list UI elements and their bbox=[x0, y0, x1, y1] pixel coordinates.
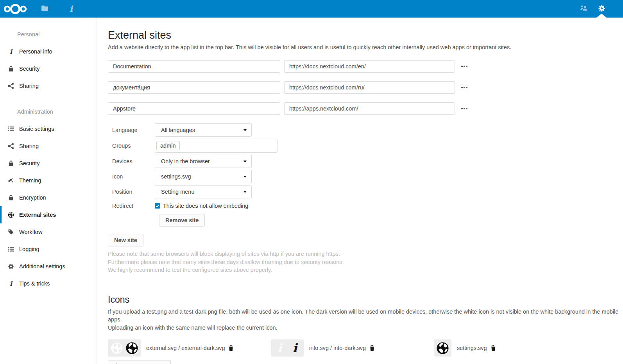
external-site-app-button[interactable]: i bbox=[63, 0, 80, 18]
site-name-input[interactable] bbox=[108, 81, 280, 94]
sidebar-section-personal: Personal i Personal info Security bbox=[0, 26, 97, 95]
position-select[interactable]: Setting menu bbox=[155, 185, 252, 198]
contacts-menu-button[interactable] bbox=[578, 0, 589, 18]
settings-menu-button[interactable] bbox=[596, 0, 607, 18]
icons-section: Icons If you upload a test.png and a tes… bbox=[108, 294, 619, 364]
site-url-input[interactable] bbox=[284, 60, 455, 73]
sidebar-item-sharing-personal[interactable]: Sharing bbox=[0, 77, 97, 95]
site-row bbox=[108, 102, 619, 115]
devices-select[interactable]: Only in the browser bbox=[155, 155, 252, 168]
paint-roller-icon bbox=[8, 177, 14, 184]
icon-item-settings: settings.svg bbox=[434, 339, 496, 357]
icon-preview-box bbox=[434, 339, 451, 357]
sidebar-item-logging[interactable]: Logging bbox=[0, 241, 97, 258]
sidebar-item-encryption[interactable]: Encryption bbox=[0, 189, 97, 206]
more-options-icon[interactable] bbox=[460, 85, 469, 90]
sidebar-item-additional-settings[interactable]: Additional settings bbox=[0, 258, 97, 275]
list-icon bbox=[8, 126, 14, 132]
redirect-checkbox[interactable] bbox=[155, 203, 160, 209]
share-icon bbox=[8, 83, 14, 89]
sidebar-item-external-sites[interactable]: External sites bbox=[0, 206, 97, 223]
site-name-input[interactable] bbox=[108, 102, 280, 115]
delete-icon-button[interactable] bbox=[491, 345, 496, 351]
new-site-button[interactable]: New site bbox=[108, 234, 143, 246]
icon-filename: info.svg / info-dark.svg bbox=[309, 345, 366, 351]
delete-icon-button[interactable] bbox=[369, 345, 375, 351]
site-row bbox=[108, 81, 619, 94]
contacts-icon bbox=[580, 5, 588, 12]
info-icon: i bbox=[8, 280, 14, 287]
icon-item-info: i i info.svg / info-dark.svg bbox=[271, 339, 434, 357]
group-chip[interactable]: admin bbox=[156, 141, 180, 150]
info-icon: i bbox=[8, 48, 14, 55]
files-app-button[interactable] bbox=[36, 0, 53, 18]
site-name-input[interactable] bbox=[108, 60, 280, 73]
folder-icon bbox=[41, 5, 48, 12]
remove-site-button[interactable]: Remove site bbox=[159, 214, 205, 227]
icon-preview-box: i i bbox=[271, 339, 304, 357]
globe-dark-icon bbox=[436, 342, 449, 355]
chevron-down-icon bbox=[243, 176, 247, 178]
language-label: Language bbox=[108, 127, 155, 133]
external-sites-settings-panel: External sites Add a website directly to… bbox=[97, 18, 623, 364]
sidebar-section-administration: Administration Basic settings S bbox=[0, 103, 97, 292]
site-url-input[interactable] bbox=[284, 102, 455, 115]
globe-light-icon bbox=[110, 342, 123, 355]
language-select[interactable]: All languages bbox=[155, 123, 252, 137]
section-header-personal: Personal bbox=[0, 26, 97, 43]
share-icon bbox=[8, 143, 14, 149]
groups-label: Groups bbox=[108, 143, 155, 149]
info-light-icon: i bbox=[273, 342, 286, 355]
redirect-label: Redirect bbox=[108, 203, 155, 209]
info-icon: i bbox=[70, 5, 73, 13]
tag-icon bbox=[8, 229, 14, 235]
section-header-administration: Administration bbox=[0, 103, 97, 120]
position-label: Position bbox=[108, 189, 155, 195]
list-icon bbox=[8, 246, 14, 252]
lock-icon bbox=[8, 66, 14, 72]
note-line: We highly recommend to test the configur… bbox=[108, 266, 619, 274]
lock-icon bbox=[8, 194, 14, 201]
groups-input[interactable]: admin bbox=[155, 139, 277, 153]
note-line: Furthermore please note that many sites … bbox=[108, 258, 619, 266]
more-options-icon[interactable] bbox=[460, 106, 469, 111]
site-details-panel: Language All languages Groups admin Devi… bbox=[108, 123, 619, 227]
nextcloud-logo[interactable] bbox=[3, 3, 27, 15]
site-url-input[interactable] bbox=[284, 81, 455, 94]
gear-icon bbox=[598, 5, 605, 13]
active-menu-caret bbox=[596, 14, 607, 18]
sidebar-item-personal-info[interactable]: i Personal info bbox=[0, 43, 97, 60]
sidebar-item-security-personal[interactable]: Security bbox=[0, 60, 97, 77]
icon-filename: external.svg / external-dark.svg bbox=[146, 345, 225, 351]
chevron-down-icon bbox=[243, 129, 247, 131]
sidebar-item-theming[interactable]: Theming bbox=[0, 172, 97, 189]
settings-sidebar: Personal i Personal info Security bbox=[0, 18, 97, 364]
delete-icon-button[interactable] bbox=[228, 345, 234, 351]
gear-icon bbox=[8, 263, 14, 269]
icons-section-title: Icons bbox=[108, 294, 619, 305]
page-description: Add a website directly to the app list i… bbox=[108, 44, 619, 50]
info-dark-icon: i bbox=[288, 342, 301, 355]
icons-section-description: If you upload a test.png and a test-dark… bbox=[108, 308, 619, 332]
topbar: i bbox=[0, 0, 623, 18]
chevron-down-icon bbox=[243, 161, 247, 162]
sidebar-item-basic-settings[interactable]: Basic settings bbox=[0, 120, 97, 137]
icon-preview-box bbox=[108, 339, 141, 357]
icon-select[interactable]: settings.svg bbox=[155, 170, 252, 183]
devices-label: Devices bbox=[108, 158, 155, 164]
sidebar-item-workflow[interactable]: Workflow bbox=[0, 223, 97, 241]
icon-item-external: external.svg / external-dark.svg bbox=[108, 339, 271, 357]
icon-filename: settings.svg bbox=[457, 345, 487, 351]
chevron-down-icon bbox=[243, 191, 247, 193]
redirect-checkbox-label[interactable]: This site does not allow embeding bbox=[163, 203, 248, 209]
page-title: External sites bbox=[108, 29, 619, 41]
sidebar-item-security-admin[interactable]: Security bbox=[0, 155, 97, 172]
sidebar-item-tips-tricks[interactable]: i Tips & tricks bbox=[0, 275, 97, 292]
icon-label: Icon bbox=[108, 173, 155, 180]
globe-icon bbox=[8, 212, 14, 218]
upload-new-icon-button[interactable]: Upload new icon bbox=[108, 360, 171, 364]
site-row bbox=[108, 60, 619, 73]
more-options-icon[interactable] bbox=[460, 64, 469, 69]
sidebar-item-sharing-admin[interactable]: Sharing bbox=[0, 137, 97, 155]
note-line: Please note that some browsers will bloc… bbox=[108, 250, 619, 258]
